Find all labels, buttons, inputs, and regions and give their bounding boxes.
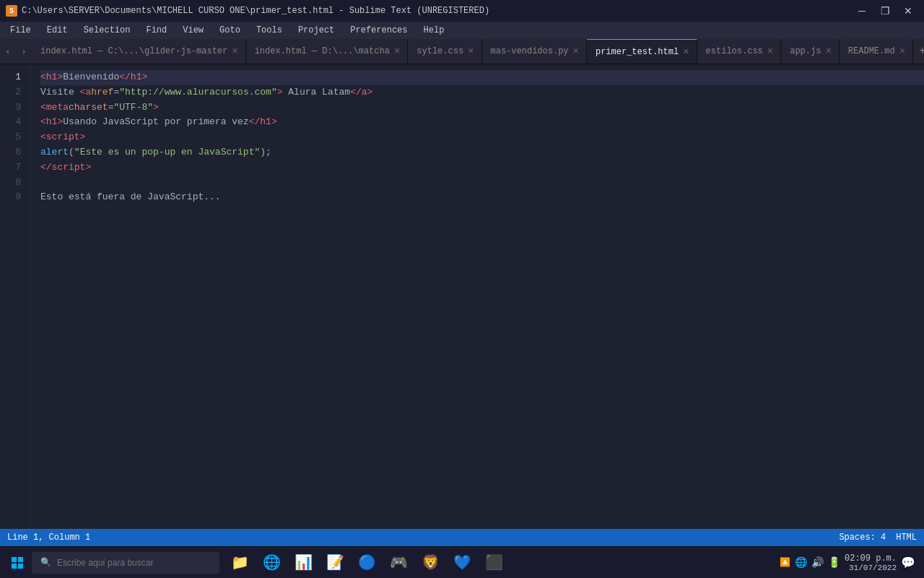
code-line[interactable]: <script> [40, 130, 924, 145]
tab-label: mas-vendidos.py [491, 46, 569, 56]
taskbar-system-tray: 🔼 🌐 🔊 🔋 02:09 p.m. 31/07/2022 💬 [780, 553, 921, 572]
taskbar: 🔍 📁🌐📊📝🔵🎮🦁💙⬛ 🔼 🌐 🔊 🔋 02:09 p.m. 31/07/202… [0, 546, 924, 578]
code-line[interactable]: alert("Este es un pop-up en JavaScript")… [40, 145, 924, 160]
battery-icon[interactable]: 🔋 [828, 556, 840, 569]
code-line[interactable]: </script> [40, 160, 924, 176]
file-type[interactable]: HTML [896, 532, 917, 543]
taskbar-app-chrome[interactable]: 🔵 [352, 548, 381, 577]
svg-rect-3 [18, 563, 23, 568]
volume-icon[interactable]: 🔊 [811, 556, 824, 569]
code-line[interactable]: <h1>Bienvenido</h1> [40, 70, 924, 85]
taskbar-app-windows-explorer[interactable]: 📁 [225, 548, 254, 577]
menu-item-file[interactable]: File [3, 24, 38, 37]
tab-next-button[interactable]: › [16, 39, 32, 64]
indentation-info[interactable]: Spaces: 4 [839, 532, 886, 543]
menu-item-goto[interactable]: Goto [212, 24, 248, 37]
tab-label: app.js [790, 46, 821, 56]
new-tab-button[interactable]: + [913, 39, 924, 64]
tab-close-icon[interactable]: × [573, 46, 579, 56]
line-number: 4 [0, 115, 21, 130]
tab-close-icon[interactable]: × [683, 47, 689, 57]
tab-close-icon[interactable]: × [232, 46, 237, 56]
line-numbers: 123456789 [0, 64, 30, 529]
tab-label: primer_test.html [596, 47, 679, 57]
tab-close-icon[interactable]: × [899, 46, 905, 56]
tab-tab2[interactable]: index.html — D:\...\matcha× [246, 39, 409, 64]
line-number: 7 [0, 160, 21, 176]
menu-item-preferences[interactable]: Preferences [343, 24, 414, 37]
tab-tab6[interactable]: estilos.css× [697, 39, 782, 64]
tab-close-icon[interactable]: × [468, 46, 474, 56]
menu-item-project[interactable]: Project [291, 24, 341, 37]
tab-close-icon[interactable]: × [825, 46, 831, 56]
sublime-icon: S [6, 5, 17, 17]
title-bar-left: S C:\Users\SERVER\Documents\MICHELL CURS… [6, 5, 489, 17]
line-number: 6 [0, 145, 21, 160]
taskbar-search-input[interactable] [57, 558, 201, 568]
editor-area: 123456789 <h1>Bienvenido</h1>Visite <a h… [0, 64, 924, 529]
line-number: 1 [0, 70, 21, 85]
status-left: Line 1, Column 1 [7, 532, 90, 543]
tab-tab4[interactable]: mas-vendidos.py× [482, 39, 587, 64]
menu-item-help[interactable]: Help [417, 24, 452, 37]
tab-label: index.html — D:\...\matcha [255, 46, 390, 56]
window-controls: ─ ❐ ✕ [852, 4, 918, 18]
line-number: 8 [0, 176, 21, 191]
menu-item-tools[interactable]: Tools [249, 24, 289, 37]
network-icon[interactable]: 🌐 [795, 556, 807, 569]
taskbar-app-icons: 📁🌐📊📝🔵🎮🦁💙⬛ [225, 548, 508, 577]
title-bar: S C:\Users\SERVER\Documents\MICHELL CURS… [0, 0, 924, 22]
tab-bar: ‹ › index.html — C:\...\glider-js-master… [0, 39, 924, 64]
status-right: Spaces: 4 HTML [839, 532, 917, 543]
taskbar-search-box[interactable]: 🔍 [32, 552, 219, 574]
taskbar-app-vs-code[interactable]: 💙 [448, 548, 476, 577]
tab-tab3[interactable]: sytle.css× [408, 39, 481, 64]
menu-item-edit[interactable]: Edit [40, 24, 75, 37]
system-clock[interactable]: 02:09 p.m. 31/07/2022 [845, 553, 897, 572]
line-number: 2 [0, 85, 21, 100]
line-number: 3 [0, 100, 21, 116]
menu-item-selection[interactable]: Selection [77, 24, 138, 37]
tab-tab7[interactable]: app.js× [781, 39, 840, 64]
cursor-position: Line 1, Column 1 [7, 532, 90, 543]
svg-rect-2 [12, 563, 17, 568]
caret-up-icon[interactable]: 🔼 [780, 557, 790, 568]
taskbar-app-excel[interactable]: 📊 [289, 548, 318, 577]
status-bar: Line 1, Column 1 Spaces: 4 HTML [0, 529, 924, 546]
taskbar-app-sublime[interactable]: ⬛ [479, 548, 508, 577]
line-number: 5 [0, 130, 21, 145]
close-button[interactable]: ✕ [898, 4, 918, 18]
menu-item-view[interactable]: View [175, 24, 211, 37]
line-number: 9 [0, 190, 21, 205]
code-line[interactable]: <meta charset="UTF-8"> [40, 100, 924, 116]
code-line[interactable] [40, 176, 924, 191]
code-editor[interactable]: <h1>Bienvenido</h1>Visite <a href="http:… [30, 64, 924, 529]
tab-tab1[interactable]: index.html — C:\...\glider-js-master× [32, 39, 246, 64]
notification-button[interactable]: 💬 [901, 556, 915, 570]
tab-tab8[interactable]: README.md× [840, 39, 913, 64]
tab-label: estilos.css [706, 46, 763, 56]
svg-rect-1 [18, 556, 23, 561]
maximize-button[interactable]: ❐ [875, 4, 895, 18]
tab-tab5[interactable]: primer_test.html× [587, 39, 697, 64]
search-icon: 🔍 [40, 557, 51, 568]
taskbar-app-edge-browser[interactable]: 🌐 [257, 548, 286, 577]
code-line[interactable]: Visite <a href="http://www.aluracursos.c… [40, 85, 924, 100]
windows-logo-icon [11, 556, 24, 569]
clock-time: 02:09 p.m. [845, 553, 897, 564]
code-line[interactable]: Esto está fuera de JavaScript... [40, 190, 924, 205]
tab-close-icon[interactable]: × [767, 46, 773, 56]
clock-date: 31/07/2022 [845, 564, 897, 572]
tab-prev-button[interactable]: ‹ [0, 39, 16, 64]
menu-item-find[interactable]: Find [139, 24, 174, 37]
menu-bar: FileEditSelectionFindViewGotoToolsProjec… [0, 22, 924, 39]
tab-close-icon[interactable]: × [394, 46, 400, 56]
start-button[interactable] [3, 548, 32, 577]
tab-label: sytle.css [417, 46, 463, 56]
svg-rect-0 [12, 556, 17, 561]
taskbar-app-word[interactable]: 📝 [321, 548, 349, 577]
taskbar-app-brave[interactable]: 🦁 [416, 548, 445, 577]
minimize-button[interactable]: ─ [852, 4, 872, 18]
code-line[interactable]: <h1>Usando JavaScript por primera vez</h… [40, 115, 924, 130]
taskbar-app-cs-app[interactable]: 🎮 [384, 548, 413, 577]
